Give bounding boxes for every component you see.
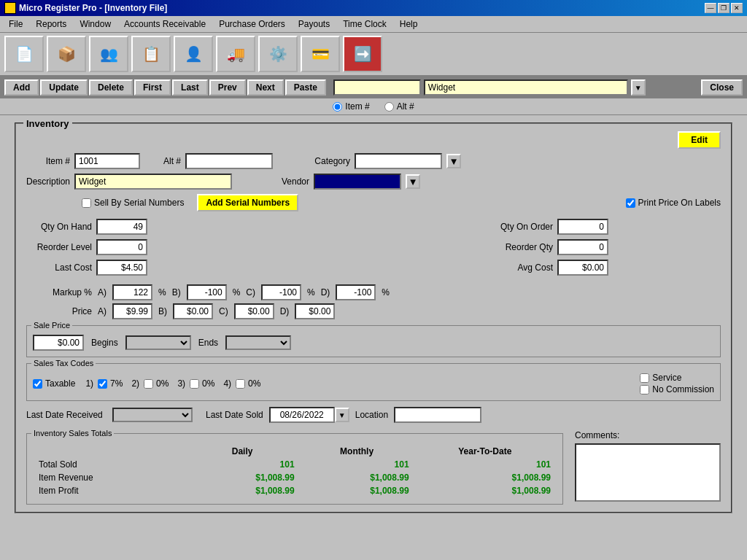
toolbar-document-button[interactable]: 📄 [4, 36, 44, 72]
menu-reports[interactable]: Reports [30, 18, 72, 31]
reorder-level-input[interactable] [96, 239, 147, 255]
minimize-button[interactable]: — [705, 3, 716, 13]
markup-d-input[interactable] [336, 284, 376, 300]
toolbar-paid-button[interactable]: 💳 [301, 36, 340, 72]
no-commission-label[interactable]: No Commission [640, 384, 714, 394]
radio-item-label[interactable]: Item # [333, 101, 369, 112]
begins-dropdown[interactable] [125, 335, 191, 350]
inventory-group: Inventory Edit Item # Alt # Category ▼ [15, 122, 732, 513]
service-checkbox[interactable] [640, 373, 649, 383]
tax2-checkbox[interactable] [144, 379, 153, 389]
menu-file[interactable]: File [3, 18, 28, 31]
close-button[interactable]: ✕ [731, 3, 743, 13]
tax2-label[interactable]: 0% [144, 378, 169, 389]
search-dropdown-button[interactable]: ▼ [631, 79, 646, 96]
ends-dropdown[interactable] [225, 335, 291, 350]
location-input[interactable] [394, 407, 481, 423]
vendor-input[interactable] [314, 174, 401, 190]
avg-cost-input[interactable] [557, 260, 608, 276]
toolbar-clipboard-button[interactable]: 📋 [131, 36, 171, 72]
toolbar-person-button[interactable]: 👤 [174, 36, 213, 72]
tax3-label[interactable]: 0% [190, 378, 214, 389]
radio-alt-input[interactable] [384, 102, 394, 112]
price-b-input[interactable] [173, 303, 213, 319]
price-a-input[interactable] [112, 303, 152, 319]
price-d-input[interactable] [295, 303, 335, 319]
price-label: Price [26, 306, 92, 316]
close-nav-button[interactable]: Close [701, 79, 743, 96]
tax4-num: 4) [223, 378, 231, 389]
qty-on-hand-input[interactable] [96, 219, 147, 235]
markup-b-input[interactable] [187, 284, 227, 300]
markup-c-label: C) [246, 287, 255, 298]
sell-by-serial-checkbox[interactable] [82, 198, 91, 208]
description-input[interactable] [74, 174, 232, 190]
menu-payouts[interactable]: Payouts [293, 18, 336, 31]
edit-button[interactable]: Edit [678, 131, 721, 149]
sale-price-input[interactable] [33, 335, 84, 351]
alt-num-input[interactable] [185, 153, 273, 169]
last-date-sold-dropdown-button[interactable]: ▼ [335, 408, 349, 422]
reorder-qty-input[interactable] [557, 239, 608, 255]
item-profit-daily: $1,008.99 [186, 485, 299, 497]
search-combo-input[interactable] [424, 79, 628, 96]
ends-label: Ends [198, 338, 218, 348]
paste-button[interactable]: Paste [285, 79, 326, 96]
add-serial-button[interactable]: Add Serial Numbers [197, 194, 298, 211]
item-profit-ytd: $1,008.99 [415, 485, 555, 497]
taxable-label[interactable]: Taxable [33, 378, 75, 389]
markup-c-input[interactable] [261, 284, 301, 300]
print-price-checkbox[interactable] [626, 198, 635, 208]
radio-alt-label[interactable]: Alt # [384, 101, 414, 112]
menu-accounts-receivable[interactable]: Accounts Receivable [118, 18, 212, 31]
inventory-group-title: Inventory [23, 118, 72, 129]
last-button[interactable]: Last [172, 79, 208, 96]
print-price-label[interactable]: Print Price On Labels [626, 198, 721, 208]
markup-pct-d: % [382, 287, 390, 298]
menu-window[interactable]: Window [74, 18, 117, 31]
first-button[interactable]: First [134, 79, 171, 96]
tax3-checkbox[interactable] [190, 379, 199, 389]
price-a-label: A) [98, 306, 107, 316]
category-dropdown-button[interactable]: ▼ [446, 154, 461, 168]
tax4-label[interactable]: 0% [236, 378, 260, 389]
prev-button[interactable]: Prev [209, 79, 246, 96]
item-num-input[interactable] [74, 153, 140, 169]
category-label: Category [306, 156, 350, 166]
next-button[interactable]: Next [247, 79, 284, 96]
tax1-text: 7% [110, 378, 123, 389]
toolbar-settings-button[interactable]: ⚙️ [258, 36, 298, 72]
sell-by-serial-label[interactable]: Sell By Serial Numbers [82, 198, 184, 208]
category-input[interactable] [355, 153, 442, 169]
delete-button[interactable]: Delete [89, 79, 133, 96]
markup-a-input[interactable] [112, 284, 152, 300]
radio-item-input[interactable] [333, 102, 342, 112]
last-cost-input[interactable] [96, 260, 147, 276]
tax4-checkbox[interactable] [236, 379, 245, 389]
vendor-dropdown-button[interactable]: ▼ [406, 174, 420, 189]
tax1-label[interactable]: 7% [98, 378, 123, 389]
no-commission-checkbox[interactable] [640, 385, 649, 394]
qty-on-order-input[interactable] [557, 219, 608, 235]
toolbar-box-button[interactable]: 📦 [47, 36, 86, 72]
service-label[interactable]: Service [640, 373, 714, 383]
menu-time-clock[interactable]: Time Clock [337, 18, 392, 31]
taxable-checkbox[interactable] [33, 379, 42, 389]
toolbar-truck-button[interactable]: 🚚 [216, 36, 255, 72]
reorder-level-label: Reorder Level [26, 242, 92, 252]
update-button[interactable]: Update [40, 79, 88, 96]
last-date-sold-input[interactable] [269, 407, 335, 423]
box-icon: 📦 [55, 42, 78, 66]
tax1-checkbox[interactable] [98, 379, 107, 389]
comments-textarea[interactable] [575, 443, 721, 502]
restore-button[interactable]: ❐ [718, 3, 729, 13]
tax3-num: 3) [177, 378, 185, 389]
toolbar-exit-button[interactable]: ➡️ [343, 36, 382, 72]
last-date-received-dropdown[interactable] [112, 408, 193, 422]
search-input[interactable] [333, 79, 421, 96]
toolbar-people-button[interactable]: 👥 [89, 36, 128, 72]
add-button[interactable]: Add [4, 79, 39, 96]
menu-purchase-orders[interactable]: Purchase Orders [213, 18, 291, 31]
price-c-input[interactable] [234, 303, 274, 319]
menu-help[interactable]: Help [394, 18, 424, 31]
